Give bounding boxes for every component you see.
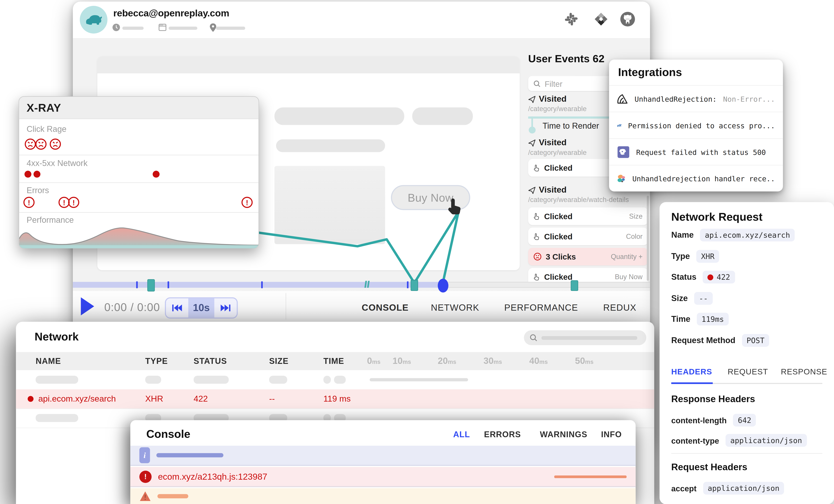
skip-back-icon bbox=[172, 304, 182, 312]
cell-type: XHR bbox=[145, 394, 163, 404]
buy-now-button[interactable]: Buy Now bbox=[391, 185, 470, 210]
play-button[interactable] bbox=[80, 297, 95, 316]
cell-status: 422 bbox=[194, 394, 208, 404]
integration-error-title: Request failed with status 500 bbox=[636, 148, 766, 156]
header-row: content-type application/json bbox=[671, 434, 807, 447]
col-type[interactable]: TYPE bbox=[145, 356, 168, 366]
visited-icon bbox=[528, 187, 535, 194]
event-visited[interactable]: Visited bbox=[539, 185, 567, 195]
tab-console[interactable]: CONSOLE bbox=[361, 303, 409, 313]
header-row: accept application/json bbox=[671, 482, 784, 495]
skeleton-cell bbox=[323, 376, 331, 384]
event-clicked-card[interactable]: Clicked Color bbox=[528, 228, 648, 245]
console-info-row[interactable]: i bbox=[130, 446, 636, 466]
timeline-col: 30ms bbox=[483, 356, 502, 366]
rage-face-icon bbox=[35, 138, 47, 150]
tab-performance[interactable]: PERFORMANCE bbox=[504, 303, 578, 313]
tab-response[interactable]: RESPONSE bbox=[781, 367, 827, 376]
rage-face-icon bbox=[24, 138, 36, 150]
integrations-panel: Integrations UnhandledRejection: Non-Err… bbox=[609, 60, 783, 192]
event-target: Color bbox=[626, 233, 642, 240]
col-status[interactable]: STATUS bbox=[194, 356, 227, 366]
integration-item[interactable]: Unhandledrejection handler rece.. bbox=[609, 165, 783, 192]
github-icon[interactable] bbox=[620, 11, 636, 27]
tab-headers[interactable]: HEADERS bbox=[671, 367, 712, 376]
skeleton-cell bbox=[36, 414, 78, 422]
tab-warnings[interactable]: WARNINGS bbox=[540, 430, 588, 439]
integration-item[interactable]: Permission denied to access pro... bbox=[609, 112, 783, 138]
elastic-icon bbox=[617, 172, 626, 185]
skip-forward-button[interactable] bbox=[214, 299, 237, 317]
event-path: /category/wearable bbox=[528, 105, 587, 113]
event-visited[interactable]: Visited bbox=[539, 138, 567, 147]
event-rage-clicks: 3 Clicks bbox=[546, 252, 576, 261]
error-icon: ! bbox=[241, 197, 253, 208]
header-name: content-type bbox=[671, 436, 719, 445]
skip-interval-label[interactable]: 10s bbox=[188, 299, 214, 317]
header-name: accept bbox=[671, 484, 697, 493]
col-name[interactable]: NAME bbox=[36, 356, 61, 366]
network-row-error[interactable]: api.ecom.xyz/search XHR 422 -- 119 ms bbox=[16, 389, 654, 409]
filter-placeholder: Filter bbox=[545, 79, 562, 88]
divider bbox=[286, 293, 286, 320]
visited-icon bbox=[528, 139, 535, 147]
field-label: Request Method bbox=[671, 335, 736, 345]
event-rage-click-card[interactable]: 3 Clicks Quantity + bbox=[528, 248, 648, 265]
slack-icon[interactable] bbox=[565, 12, 578, 26]
tab-all[interactable]: ALL bbox=[453, 430, 470, 439]
tab-redux[interactable]: REDUX bbox=[603, 303, 636, 313]
info-icon: i bbox=[139, 447, 150, 463]
tabs-underline-active bbox=[671, 382, 713, 384]
cell-size: -- bbox=[269, 394, 275, 404]
event-clicked-card[interactable]: Clicked Buy Now bbox=[528, 268, 648, 286]
network-search-input[interactable] bbox=[524, 330, 646, 345]
console-error-row[interactable]: ! ecom.xyz/a213qh.js:123987 bbox=[130, 467, 636, 487]
event-time-to-render[interactable]: Time to Render bbox=[543, 121, 599, 131]
timeline-col: 0ms bbox=[367, 356, 381, 366]
browser-info-skeleton bbox=[169, 27, 197, 30]
event-clicked-card[interactable]: Clicked Size bbox=[528, 207, 648, 225]
divider bbox=[19, 212, 259, 213]
field-value: 119ms bbox=[697, 313, 729, 326]
skip-back-button[interactable] bbox=[166, 299, 188, 317]
field-label: Time bbox=[671, 314, 690, 324]
skeleton-cell bbox=[334, 376, 346, 384]
field-value: XHR bbox=[696, 250, 719, 263]
jira-icon[interactable] bbox=[594, 12, 609, 27]
skeleton-bar bbox=[275, 108, 404, 125]
field-row: Time 119ms bbox=[671, 313, 729, 326]
field-label: Status bbox=[671, 272, 697, 282]
integration-item[interactable]: Request failed with status 500 bbox=[609, 138, 783, 165]
event-clicked: Clicked bbox=[544, 272, 572, 281]
log-skeleton bbox=[156, 453, 223, 457]
skeleton-bar bbox=[412, 108, 473, 125]
tab-network[interactable]: NETWORK bbox=[431, 303, 479, 313]
event-target: Size bbox=[629, 212, 642, 220]
event-visited[interactable]: Visited bbox=[539, 94, 567, 104]
tab-request[interactable]: REQUEST bbox=[728, 367, 768, 376]
event-target: Buy Now bbox=[615, 273, 642, 281]
header-value: 642 bbox=[733, 414, 756, 427]
buy-now-label: Buy Now bbox=[408, 191, 454, 204]
field-value: api.ecom.xyz/search bbox=[700, 228, 795, 241]
field-row: Request Method POST bbox=[671, 334, 769, 347]
field-label: Type bbox=[671, 251, 690, 261]
network-row-skeleton[interactable] bbox=[16, 370, 654, 390]
rage-click-icon bbox=[533, 253, 542, 261]
skeleton-cell bbox=[269, 376, 287, 384]
rage-face-icon bbox=[49, 138, 61, 150]
request-headers-title: Request Headers bbox=[671, 462, 747, 473]
error-icon: ! bbox=[68, 197, 79, 208]
col-size[interactable]: SIZE bbox=[269, 356, 289, 366]
tab-errors[interactable]: ERRORS bbox=[484, 430, 521, 439]
click-icon bbox=[533, 212, 540, 220]
clock-icon bbox=[112, 23, 120, 31]
event-clicked: Clicked bbox=[544, 163, 572, 172]
col-time[interactable]: TIME bbox=[323, 356, 344, 366]
console-warning-row[interactable] bbox=[130, 488, 636, 504]
integration-item[interactable]: UnhandledRejection: Non-Error... bbox=[609, 85, 783, 112]
tab-info[interactable]: INFO bbox=[601, 430, 622, 439]
session-header: rebecca@openreplay.com bbox=[73, 1, 650, 39]
events-scrollbar[interactable] bbox=[647, 196, 649, 281]
console-panel: Console ALL ERRORS WARNINGS INFO i ! eco… bbox=[130, 420, 636, 504]
